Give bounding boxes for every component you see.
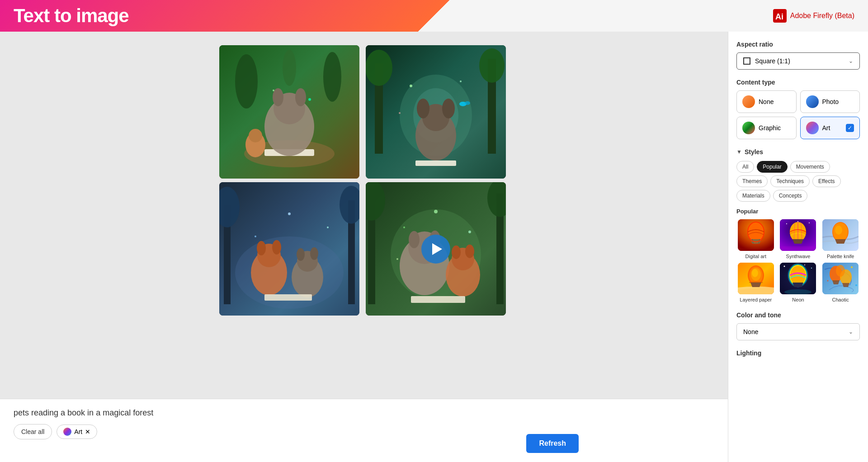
svg-text:Ai: Ai	[775, 12, 783, 21]
svg-point-21	[366, 50, 392, 86]
svg-point-13	[249, 129, 262, 142]
image-1-svg	[219, 45, 359, 179]
style-synthwave[interactable]: Synthwave	[779, 219, 818, 259]
chaotic-label: Chaotic	[832, 297, 849, 302]
generated-image-4[interactable]	[366, 182, 506, 316]
synthwave-thumb	[780, 219, 816, 251]
palette-knife-label: Palette knife	[827, 254, 854, 259]
svg-point-88	[835, 226, 842, 235]
svg-point-93	[752, 269, 758, 277]
svg-point-48	[288, 212, 291, 215]
svg-point-50	[327, 226, 329, 228]
svg-point-5	[283, 50, 296, 86]
style-grid: Digital art	[736, 219, 860, 302]
content-type-grid: None Photo Graphic Art ✓	[736, 90, 860, 139]
chaotic-thumb	[822, 263, 859, 294]
styles-filter-row: All Popular Movements Themes Techniques …	[736, 161, 860, 202]
bottom-bar: pets reading a book in a magical forest …	[0, 399, 728, 462]
aspect-ratio-select[interactable]: Square (1:1) ⌄	[736, 52, 860, 70]
svg-point-22	[479, 48, 505, 83]
adobe-logo: Ai Adobe Firefly (Beta)	[773, 9, 854, 23]
svg-point-59	[409, 231, 420, 248]
style-layered-paper[interactable]: Layered paper	[736, 263, 775, 302]
generated-image-3[interactable]	[219, 182, 359, 316]
play-button[interactable]	[421, 235, 450, 264]
content-type-label: Content type	[736, 79, 860, 86]
brand-label: Adobe Firefly (Beta)	[790, 12, 854, 20]
adobe-icon: Ai	[773, 9, 787, 23]
svg-point-107	[851, 266, 853, 268]
header: Text to image Ai Adobe Firefly (Beta)	[0, 0, 868, 32]
svg-point-69	[396, 258, 398, 260]
art-badge-icon	[63, 428, 71, 436]
svg-point-32	[399, 112, 401, 114]
clear-all-button[interactable]: Clear all	[14, 424, 52, 439]
svg-point-66	[434, 210, 438, 213]
styles-label: Styles	[745, 148, 763, 156]
filter-all[interactable]: All	[736, 161, 754, 173]
neon-thumb	[780, 263, 816, 294]
style-chaotic[interactable]: Chaotic	[821, 263, 860, 302]
svg-point-101	[811, 268, 812, 269]
aspect-ratio-inner: Square (1:1)	[743, 57, 790, 65]
svg-point-67	[403, 226, 405, 228]
svg-point-25	[417, 99, 429, 118]
filter-techniques[interactable]: Techniques	[770, 175, 810, 187]
svg-rect-65	[411, 296, 465, 303]
filter-themes[interactable]: Themes	[736, 175, 768, 187]
color-tone-chevron: ⌄	[849, 329, 853, 335]
main-content	[0, 32, 728, 462]
color-tone-select[interactable]: None ⌄	[736, 323, 860, 340]
refresh-button[interactable]: Refresh	[526, 434, 579, 453]
filter-materials[interactable]: Materials	[736, 190, 770, 202]
svg-rect-47	[264, 294, 312, 301]
svg-point-41	[257, 241, 266, 255]
color-tone-label: Color and tone	[736, 311, 860, 319]
art-badge-button[interactable]: Art ✕	[57, 424, 97, 439]
generated-image-2[interactable]	[366, 45, 506, 179]
generated-image-1[interactable]	[219, 45, 359, 179]
lighting-label: Lighting	[736, 349, 860, 357]
synthwave-label: Synthwave	[786, 254, 811, 259]
svg-point-108	[827, 280, 829, 282]
content-option-art[interactable]: Art ✓	[800, 117, 860, 139]
svg-rect-27	[415, 160, 456, 166]
svg-point-68	[468, 231, 471, 233]
svg-point-4	[323, 52, 341, 102]
svg-point-100	[784, 266, 785, 267]
art-badge-close[interactable]: ✕	[85, 428, 90, 435]
layered-paper-label: Layered paper	[740, 297, 772, 302]
svg-point-78	[797, 221, 798, 222]
content-option-graphic[interactable]: Graphic	[736, 117, 797, 139]
filter-popular[interactable]: Popular	[757, 161, 787, 173]
none-icon	[742, 95, 755, 108]
filter-movements[interactable]: Movements	[790, 161, 830, 173]
svg-point-63	[452, 245, 461, 259]
art-badge-label: Art	[74, 428, 82, 435]
photo-icon	[806, 95, 819, 108]
svg-point-31	[460, 80, 462, 82]
content-option-none[interactable]: None	[736, 90, 797, 113]
styles-collapse-icon[interactable]: ▼	[736, 149, 742, 155]
aspect-ratio-label: Aspect ratio	[736, 41, 860, 48]
graphic-icon	[742, 122, 755, 134]
svg-point-11	[295, 88, 306, 106]
svg-point-26	[442, 99, 455, 118]
svg-point-76	[786, 223, 787, 224]
style-digital-art[interactable]: Digital art	[736, 219, 775, 259]
svg-point-29	[465, 101, 470, 105]
filter-concepts[interactable]: Concepts	[773, 190, 808, 202]
filter-effects[interactable]: Effects	[812, 175, 840, 187]
aspect-ratio-value: Square (1:1)	[755, 57, 790, 65]
bottom-controls: Clear all Art ✕	[14, 424, 714, 439]
neon-label: Neon	[792, 297, 804, 302]
svg-point-46	[310, 247, 318, 260]
svg-point-49	[255, 236, 256, 237]
digital-art-thumb	[738, 219, 774, 251]
style-neon[interactable]: Neon	[779, 263, 818, 302]
content-art-label: Art	[822, 124, 830, 132]
svg-point-45	[297, 248, 305, 261]
content-none-label: None	[759, 98, 774, 105]
style-palette-knife[interactable]: Palette knife	[821, 219, 860, 259]
content-option-photo[interactable]: Photo	[800, 90, 860, 113]
